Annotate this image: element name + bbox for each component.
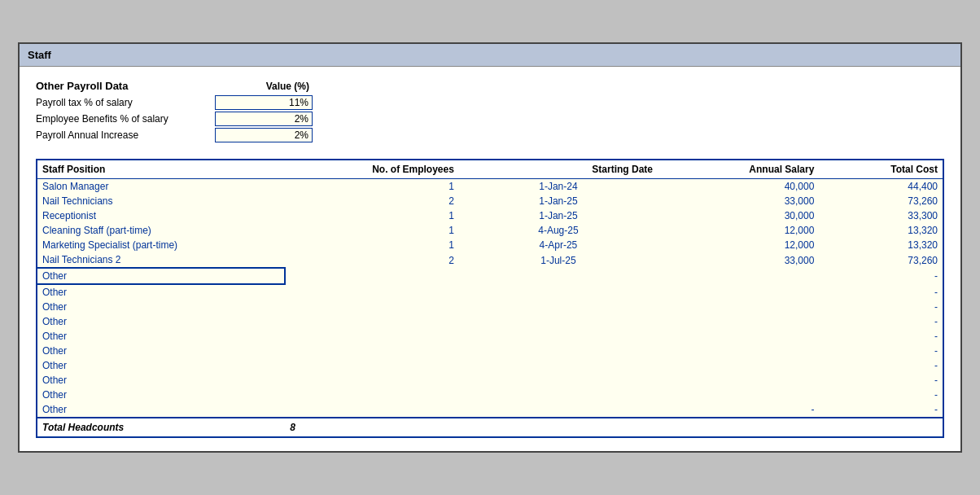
title-bar: Staff [20,44,960,67]
cell-date [459,344,658,358]
header-date: Starting Date [459,160,658,179]
payroll-section: Other Payroll Data Value (%) Payroll tax… [36,80,944,142]
cell-cost: - [819,402,943,418]
cell-cost: - [819,373,943,388]
payroll-input-3[interactable] [215,128,313,142]
payroll-input-1[interactable] [215,95,313,110]
cell-cost: 33,300 [819,208,943,223]
cell-date [459,300,658,314]
cell-date [459,358,658,373]
cell-salary [658,314,819,329]
cell-cost: 73,260 [819,194,943,208]
table-row: Other- [37,388,943,402]
payroll-row-3: Payroll Annual Increase [36,128,944,142]
table-row: Other- [37,344,943,358]
table-row: Other- [37,314,943,329]
table-footer-row: Total Headcounts 8 [37,418,943,437]
cell-position: Nail Technicians [37,194,285,208]
header-cost: Total Cost [819,160,943,179]
table-row: Salon Manager11-Jan-2440,00044,400 [37,179,943,195]
cell-position: Other [37,314,285,329]
cell-employees [285,358,459,373]
cell-date [459,268,658,284]
payroll-input-2[interactable] [215,112,313,126]
cell-salary: - [658,402,819,418]
cell-position: Other [37,402,285,418]
table-row: Nail Technicians21-Jan-2533,00073,260 [37,194,943,208]
cell-position: Other [37,373,285,388]
table-row: Other- [37,358,943,373]
table-row: Receptionist11-Jan-2530,00033,300 [37,208,943,223]
cell-employees: 1 [285,208,459,223]
cell-position: Salon Manager [37,179,285,195]
cell-salary: 33,000 [658,194,819,208]
cell-employees: 1 [285,238,459,252]
header-employees: No. of Employees [285,160,459,179]
header-salary: Annual Salary [658,160,819,179]
cell-position: Receptionist [37,208,285,223]
cell-salary [658,284,819,300]
cell-employees [285,284,459,300]
table-row: Other- [37,300,943,314]
cell-position: Other [37,284,285,300]
main-container: Staff Other Payroll Data Value (%) Payro… [18,42,962,453]
cell-salary [658,388,819,402]
cell-position: Nail Technicians 2 [37,252,285,268]
cell-position: Other [37,329,285,344]
cell-salary: 30,000 [658,208,819,223]
cell-employees [285,314,459,329]
cell-cost: - [819,358,943,373]
footer-label: Total Headcounts [37,418,285,437]
page-title: Staff [28,49,51,61]
cell-employees: 1 [285,179,459,195]
staff-table-body: Salon Manager11-Jan-2440,00044,400Nail T… [37,179,943,418]
cell-employees [285,388,459,402]
cell-salary: 33,000 [658,252,819,268]
cell-employees [285,344,459,358]
cell-cost: 13,320 [819,223,943,238]
payroll-row-2: Employee Benefits % of salary [36,112,944,126]
cell-date [459,329,658,344]
table-row: Cleaning Staff (part-time)14-Aug-2512,00… [37,223,943,238]
cell-cost: - [819,300,943,314]
cell-date: 4-Aug-25 [459,223,658,238]
cell-employees [285,373,459,388]
cell-position: Other [37,300,285,314]
cell-date: 1-Jan-25 [459,194,658,208]
table-row: Other-- [37,402,943,418]
cell-position: Other [37,344,285,358]
table-row: Other- [37,268,943,284]
header-position: Staff Position [37,160,285,179]
content-area: Other Payroll Data Value (%) Payroll tax… [20,67,960,451]
cell-date [459,373,658,388]
cell-date [459,284,658,300]
cell-position: Other [37,268,285,284]
table-row: Other- [37,284,943,300]
cell-position: Marketing Specialist (part-time) [37,238,285,252]
cell-cost: - [819,284,943,300]
payroll-row-1: Payroll tax % of salary [36,95,944,110]
cell-date: 4-Apr-25 [459,238,658,252]
cell-employees [285,402,459,418]
cell-employees: 2 [285,194,459,208]
cell-position: Other [37,358,285,373]
table-row: Marketing Specialist (part-time)14-Apr-2… [37,238,943,252]
payroll-label-3: Payroll Annual Increase [36,129,215,141]
cell-employees [285,300,459,314]
payroll-label-1: Payroll tax % of salary [36,97,215,108]
cell-salary: 40,000 [658,179,819,195]
cell-cost: - [819,329,943,344]
payroll-label-2: Employee Benefits % of salary [36,113,215,125]
cell-date [459,314,658,329]
footer-headcount: 8 [285,418,459,437]
cell-salary [658,373,819,388]
cell-employees [285,268,459,284]
table-row: Nail Technicians 221-Jul-2533,00073,260 [37,252,943,268]
cell-position: Cleaning Staff (part-time) [37,223,285,238]
cell-date [459,388,658,402]
cell-salary [658,358,819,373]
cell-date [459,402,658,418]
cell-date: 1-Jan-25 [459,208,658,223]
cell-position: Other [37,388,285,402]
cell-salary [658,300,819,314]
